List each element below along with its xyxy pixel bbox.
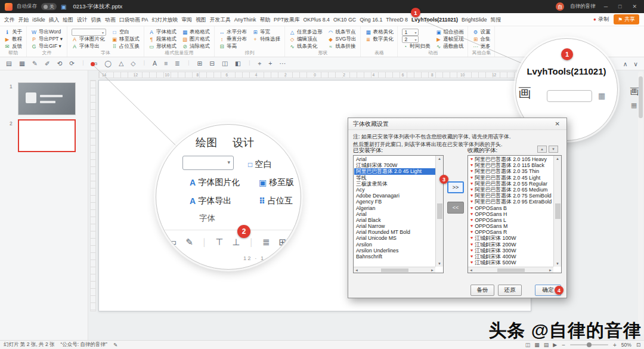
menu-tab[interactable]: AnyThink xyxy=(233,13,258,26)
menu-tab[interactable]: PPT效果库 xyxy=(272,13,302,26)
scroll-left-icon[interactable]: ◄ xyxy=(355,268,358,272)
menu-tab[interactable]: 审阅 xyxy=(179,13,194,26)
favorite-font-row[interactable]: ♥阿里巴巴普惠体 2.0 95 ExtraBold xyxy=(469,199,553,205)
installed-font-row[interactable]: Agency FB xyxy=(354,199,435,205)
favorite-font-row[interactable]: ♥江城斜宋体 100W xyxy=(469,235,553,241)
favorite-font-row[interactable]: ♥阿里巴巴普惠体 2.0 115 Black xyxy=(469,162,553,168)
ribbon-button[interactable]: 2 xyxy=(402,36,419,43)
ribbon-button[interactable]: +特殊选择 xyxy=(252,36,280,43)
listbox-vertical-scrollbar[interactable]: ▲▼ xyxy=(435,156,443,267)
installed-font-row[interactable]: Arial Black xyxy=(354,217,435,223)
installed-font-row[interactable]: Arsilon Underlines xyxy=(354,248,435,254)
ribbon-button[interactable]: ℹ关于 xyxy=(4,29,22,36)
ribbon-button[interactable]: ◇编辑顶点 xyxy=(289,36,323,43)
installed-font-row[interactable]: 等线 xyxy=(354,175,435,181)
scrollbar-thumb[interactable] xyxy=(437,203,442,219)
slide-thumbnail-2-selected[interactable] xyxy=(18,119,76,152)
record-button[interactable]: ●录制 xyxy=(593,16,609,23)
menu-tab[interactable]: ThreeD 8 xyxy=(384,13,410,26)
favorite-font-row[interactable]: ♥江城斜宋体 300W xyxy=(469,248,553,254)
scrollbar-thumb[interactable] xyxy=(555,203,561,219)
installed-font-row[interactable]: 江城斜宋体 700W xyxy=(354,162,435,168)
tool-icon[interactable]: ∣ xyxy=(143,60,145,67)
menu-tab[interactable]: OKPlus 8.4 xyxy=(302,13,332,26)
favorite-font-row[interactable]: ♥江城斜宋体 200W xyxy=(469,242,553,248)
menu-tab[interactable]: iSlide xyxy=(30,13,47,26)
ribbon-button[interactable] xyxy=(72,29,106,36)
tool-icon[interactable]: ∣ xyxy=(187,60,190,67)
menu-tab[interactable]: 文件 xyxy=(2,13,17,26)
user-avatar[interactable]: 自 xyxy=(556,2,564,11)
scroll-left-icon[interactable]: ◄ xyxy=(469,268,473,272)
listbox-horizontal-scrollbar[interactable]: ◄► xyxy=(468,267,553,273)
menu-tab[interactable]: 简报 xyxy=(489,13,503,26)
listbox-horizontal-scrollbar[interactable]: ◄► xyxy=(354,267,435,273)
ribbon-button[interactable]: ▶教程 xyxy=(4,36,22,43)
ribbon-button[interactable]: ◠线条节点 xyxy=(328,29,357,36)
dialog-titlebar[interactable]: 字体收藏设置 ✕ xyxy=(348,118,566,130)
menu-tab[interactable]: 设计 xyxy=(75,13,89,26)
scroll-up-icon[interactable]: ▲ xyxy=(438,157,441,160)
ribbon-button[interactable]: ◆SVG导出 xyxy=(328,36,357,43)
menu-tab[interactable]: 切换 xyxy=(89,13,103,26)
tool-icon[interactable]: ◯ xyxy=(105,60,112,67)
listbox-vertical-scrollbar[interactable]: ▲▼ xyxy=(553,156,561,267)
ribbon-button[interactable]: ↕垂直分布 xyxy=(219,36,247,43)
installed-font-row[interactable]: Adobe Devanagari xyxy=(354,193,435,199)
dialog-close-button[interactable]: ✕ xyxy=(553,121,562,127)
menu-tab[interactable]: 视图 xyxy=(194,13,208,26)
move-up-button[interactable]: ▲ xyxy=(537,146,547,153)
favorite-font-row[interactable]: ♥江城斜宋体 400W xyxy=(469,254,553,260)
tool-icon[interactable]: ≡ xyxy=(164,60,168,67)
installed-font-row[interactable]: Algerian xyxy=(354,205,435,211)
favorite-font-row[interactable]: ♥OPPOSans H xyxy=(469,211,553,217)
autosave-toggle[interactable]: 关 xyxy=(41,3,57,10)
remove-from-favorites-button[interactable]: << xyxy=(447,202,464,214)
installed-font-row[interactable]: Arsilon xyxy=(354,242,435,248)
right-panel-grid-icon[interactable]: ▦ xyxy=(631,101,637,109)
ribbon-button[interactable]: A字体格式 xyxy=(148,29,177,36)
installed-font-row[interactable]: Acy xyxy=(354,187,435,193)
backup-button[interactable]: 备份 xyxy=(470,285,494,296)
installed-font-row[interactable]: 阿里巴巴普惠体 2.0 45 Light xyxy=(354,168,435,174)
tool-icon[interactable]: ✐ xyxy=(45,60,50,67)
pen-icon[interactable]: ✎ xyxy=(113,342,117,348)
menu-tab[interactable]: 口袋动画 PA xyxy=(117,13,150,26)
ribbon-button[interactable]: ≣数字美化 xyxy=(365,36,393,43)
toolbar-collapse-icon[interactable]: ∧ xyxy=(623,60,628,67)
favorite-font-row[interactable]: ♥OPPOSans M xyxy=(469,223,553,229)
tool-icon[interactable]: ◧ xyxy=(235,60,241,67)
scrollbar-thumb[interactable] xyxy=(381,268,408,272)
close-button[interactable]: ✕ xyxy=(630,4,639,10)
tool-icon[interactable]: ✎ xyxy=(32,60,38,67)
menu-tab[interactable]: 幻灯片放映 xyxy=(150,13,179,26)
tool-icon[interactable]: ⟲ xyxy=(57,60,62,67)
tool-icon[interactable]: ⊞ xyxy=(197,60,202,67)
scroll-right-icon[interactable]: ► xyxy=(431,268,434,272)
menu-tab[interactable]: 插入 xyxy=(47,13,61,26)
ribbon-button[interactable]: ⊞等宽 xyxy=(252,29,280,36)
tool-icon[interactable]: △ xyxy=(119,60,123,67)
menu-tab[interactable]: 开发工具 xyxy=(208,13,233,26)
move-down-button[interactable]: ▼ xyxy=(549,146,558,153)
favorite-font-row[interactable]: ♥阿里巴巴普惠体 2.0 35 Thin xyxy=(469,168,553,174)
favorite-font-row[interactable]: ♥阿里巴巴普惠体 2.0 45 Light xyxy=(469,175,553,181)
ribbon-button[interactable]: ▣移至版式 xyxy=(112,36,140,43)
installed-font-row[interactable]: Arial Rounded MT Bold xyxy=(354,229,435,235)
scrollbar-thumb[interactable] xyxy=(639,76,643,118)
scrollbar-thumb[interactable] xyxy=(497,268,525,272)
tool-icon[interactable]: ◫ xyxy=(222,60,228,67)
scroll-down-icon[interactable]: ▼ xyxy=(556,262,559,265)
menu-tab[interactable]: 动画 xyxy=(103,13,117,26)
ribbon-button[interactable]: A字体图片化 xyxy=(72,36,106,43)
tool-icon[interactable]: ▦ xyxy=(19,60,25,67)
scroll-up-icon[interactable]: ▲ xyxy=(556,157,559,160)
tool-icon[interactable]: + xyxy=(268,60,272,67)
slide-thumbnail-1[interactable] xyxy=(18,82,76,115)
maximize-button[interactable]: □ xyxy=(616,4,624,10)
ribbon-button[interactable]: ⊞合集 xyxy=(472,36,490,43)
vertical-scrollbar[interactable] xyxy=(638,72,643,335)
ribbon-button[interactable]: ↔水平分布 xyxy=(219,29,247,36)
ribbon-button[interactable]: W导出Word xyxy=(31,29,63,36)
ribbon-button[interactable]: ▦表格美化 xyxy=(365,29,393,36)
